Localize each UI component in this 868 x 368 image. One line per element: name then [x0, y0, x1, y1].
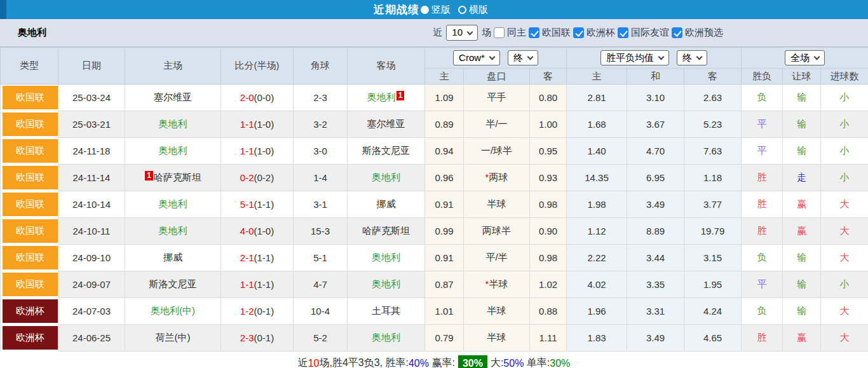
- odds-away-cell: 0.90: [530, 218, 567, 245]
- goals-result-cell: 大: [821, 298, 868, 325]
- competition-checkbox-friendly[interactable]: [618, 27, 628, 38]
- corner-cell: 5-1: [294, 245, 348, 271]
- avg-away-cell: 19.79: [684, 218, 742, 245]
- recent-count-select[interactable]: 10: [446, 25, 478, 41]
- score-cell: 2-1(1-1): [221, 245, 294, 271]
- date-cell: 24-10-14: [58, 191, 125, 218]
- away-team-cell: 奥地利1: [348, 85, 425, 111]
- avg-draw-cell: 3.49: [627, 325, 684, 351]
- team-link[interactable]: 奥地利: [372, 278, 400, 289]
- odds-source-select[interactable]: Crow*: [453, 50, 500, 66]
- team-link[interactable]: 奥地利: [367, 92, 396, 102]
- team-link[interactable]: 奥地利: [159, 198, 187, 209]
- avg-draw-cell: 3.10: [627, 85, 684, 111]
- team-link[interactable]: 斯洛文尼亚: [149, 278, 197, 289]
- handicap-result-cell: 赢: [783, 191, 821, 218]
- vertical-layout-label[interactable]: 竖版: [431, 4, 451, 16]
- odds-time-select[interactable]: 终: [508, 50, 538, 66]
- league-cell: 欧国联: [1, 111, 58, 138]
- team-link[interactable]: 塞尔维亚: [154, 92, 192, 102]
- competition-checkbox-euro[interactable]: [573, 27, 584, 38]
- team-link[interactable]: 塞尔维亚: [367, 118, 405, 129]
- sub-header-avg-draw: 和: [627, 69, 684, 85]
- odds-away-cell: 0.98: [530, 245, 567, 271]
- competition-checkbox-nations[interactable]: [529, 27, 539, 38]
- avg-home-cell: 1.83: [567, 325, 627, 351]
- avg-away-cell: 3.15: [684, 245, 742, 271]
- avg-away-cell: 2.63: [684, 85, 742, 111]
- league-cell: 欧国联: [1, 271, 58, 298]
- date-cell: 24-11-18: [58, 138, 125, 165]
- odds-away-cell: 0.80: [530, 85, 567, 111]
- handicap-cell: 两球半: [464, 218, 530, 245]
- odds-home-cell: 0.87: [425, 271, 464, 298]
- recent-results-panel: 近期战绩 竖版 横版 奥地利 近 10 场 同主 欧国联 欧洲杯 国际友谊 欧洲…: [0, 0, 868, 368]
- horizontal-layout-radio[interactable]: [458, 6, 466, 14]
- horizontal-layout-label[interactable]: 横版: [469, 4, 488, 16]
- team-link[interactable]: 哈萨克斯坦: [362, 225, 410, 236]
- avg-type-select[interactable]: 胜平负均值: [600, 50, 669, 66]
- outcome-cell: 胜: [742, 325, 783, 351]
- odds-home-cell: 0.96: [425, 165, 464, 191]
- team-link[interactable]: 荷兰(中): [156, 332, 191, 343]
- team-link[interactable]: 土耳其: [372, 305, 400, 316]
- match-row: 欧国联24-09-07斯洛文尼亚1-1(1-1)4-7奥地利0.87*半球1.0…: [1, 271, 868, 298]
- home-team-cell: 奥地利: [125, 111, 221, 138]
- team-link[interactable]: 奥地利: [372, 252, 400, 262]
- team-link[interactable]: 奥地利: [159, 118, 187, 129]
- match-row: 欧国联25-03-24塞尔维亚2-0(0-0)2-3奥地利11.09平手0.80…: [1, 85, 868, 111]
- outcome-cell: 负: [742, 245, 783, 271]
- team-link[interactable]: 挪威: [163, 252, 182, 262]
- avg-away-cell: 4.24: [684, 298, 742, 325]
- team-link[interactable]: 挪威: [377, 198, 396, 209]
- odds-away-cell: 0.95: [530, 138, 567, 165]
- odds-home-cell: 0.79: [425, 325, 464, 351]
- match-row: 欧国联24-10-11奥地利4-0(1-0)15-3哈萨克斯坦0.99两球半0.…: [1, 218, 868, 245]
- competition-label-friendly: 国际友谊: [631, 27, 669, 39]
- summary-single-rate: 30%: [550, 358, 570, 368]
- red-card-badge: 1: [145, 171, 153, 181]
- summary-bar: 近10场,胜4平3负3, 胜率:40% 赢率:30%大:50% 单率:30%: [0, 351, 868, 368]
- avg-home-cell: 2.81: [567, 85, 627, 111]
- scope-select[interactable]: 全场: [785, 50, 825, 66]
- team-link[interactable]: 斯洛文尼亚: [362, 145, 410, 156]
- col-header-away: 客场: [348, 48, 425, 85]
- match-row: 欧国联24-11-18奥地利1-1(1-0)3-0斯洛文尼亚0.94一/球半0.…: [1, 138, 868, 165]
- avg-away-cell: 7.63: [684, 138, 742, 165]
- score-cell: 5-1(1-1): [221, 191, 294, 218]
- team-link[interactable]: 奥地利: [159, 145, 187, 156]
- league-cell: 欧国联: [1, 191, 58, 218]
- competition-checkbox-qualifier[interactable]: [672, 27, 682, 38]
- col-header-type: 类型: [1, 48, 58, 85]
- team-link[interactable]: 奥地利(中): [151, 305, 195, 316]
- col-header-score: 比分(半场): [221, 48, 294, 85]
- team-link[interactable]: 奥地利: [372, 332, 400, 343]
- avg-home-cell: 1.40: [567, 138, 627, 165]
- same-venue-checkbox[interactable]: [494, 27, 505, 38]
- outcome-cell: 胜: [742, 191, 783, 218]
- date-cell: 25-03-24: [58, 85, 125, 111]
- sub-header-outcome: 胜负: [742, 69, 783, 85]
- goals-result-cell: 大: [821, 218, 868, 245]
- avg-away-cell: 3.77: [684, 191, 742, 218]
- title-bar-edge: [0, 0, 6, 19]
- handicap-result-cell: 赢: [783, 218, 821, 245]
- team-link[interactable]: 奥地利: [372, 172, 400, 182]
- avg-draw-cell: 3.35: [627, 271, 684, 298]
- results-table: 类型 日期 主场 比分(半场) 角球 客场 Crow* 终: [0, 47, 868, 351]
- match-row: 欧洲杯24-06-25荷兰(中)2-3(0-1)5-2奥地利0.79半球1.11…: [1, 325, 868, 351]
- away-team-cell: 斯洛文尼亚: [348, 138, 425, 165]
- league-badge: 欧国联: [3, 86, 58, 109]
- team-link[interactable]: 哈萨克斯坦: [154, 172, 201, 182]
- handicap-result-cell: 输: [783, 85, 821, 111]
- summary-size-rate: 50%: [503, 358, 524, 368]
- avg-time-select[interactable]: 终: [677, 50, 707, 66]
- handicap-cell: 半球: [464, 298, 530, 325]
- score-cell: 1-1(1-0): [221, 138, 294, 165]
- corner-cell: 3-1: [294, 191, 348, 218]
- vertical-layout-radio[interactable]: [421, 6, 429, 14]
- handicap-result-cell: 走: [783, 165, 821, 191]
- team-link[interactable]: 奥地利: [159, 225, 187, 236]
- league-cell: 欧国联: [1, 138, 58, 165]
- goals-result-cell: 小: [821, 138, 868, 165]
